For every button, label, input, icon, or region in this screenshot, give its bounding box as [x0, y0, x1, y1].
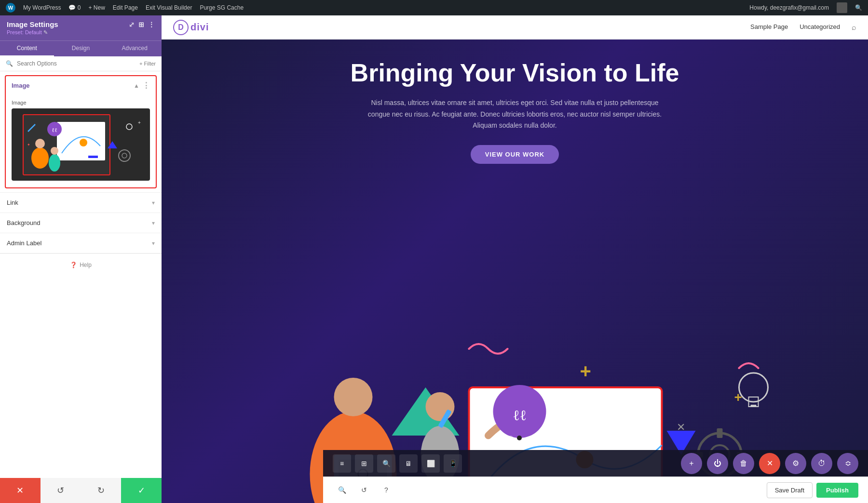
search-options-input[interactable] [17, 60, 136, 67]
panel-content: Image ▲ ⋮ Image [0, 71, 162, 478]
divi-logo: D divi [173, 20, 209, 35]
more-options-button[interactable]: ≎ [837, 453, 858, 474]
close-toolbar-button[interactable]: ✕ [759, 453, 780, 474]
divi-nav-links: Sample Page Uncategorized ⌕ [750, 23, 856, 32]
panel-title-text: Image Settings [7, 20, 58, 28]
toggle-visibility-button[interactable]: ⏻ [707, 453, 728, 474]
save-draft-button[interactable]: Save Draft [767, 482, 813, 498]
toolbar-left: ≡ ⊞ 🔍 🖥 ⬜ 📱 [333, 454, 462, 473]
main-preview: D divi Sample Page Uncategorized ⌕ Bring… [162, 15, 868, 503]
svg-text:ℓℓ: ℓℓ [513, 407, 527, 423]
preset-label: Preset: Default [7, 29, 42, 35]
left-panel: Image Settings ⤢ ⊞ ⋮ Preset: Default ✎ C… [0, 15, 162, 503]
image-thumbnail-container[interactable]: ℓℓ + ✦ [12, 108, 150, 181]
wp-admin-bar: W My WordPress 💬 0 + New Edit Page Exit … [0, 0, 868, 15]
svg-point-4 [80, 139, 87, 146]
help-text: Help [80, 262, 92, 268]
toolbar-menu-button[interactable]: ≡ [333, 454, 351, 473]
nav-search-icon[interactable]: ⌕ [852, 23, 856, 32]
background-label: Background [7, 219, 40, 226]
undo-history-btn[interactable]: ↺ [355, 481, 373, 499]
howdy-text: Howdy, deezgrafix@gmail.com [749, 4, 829, 11]
slide-dots [508, 436, 522, 440]
save-bar: 🔍 ↺ ? Save Draft Publish [323, 477, 868, 503]
comments-link[interactable]: 💬 0 [68, 4, 81, 11]
save-area-right: Save Draft Publish [767, 482, 858, 498]
add-element-button[interactable]: + [681, 453, 702, 474]
toolbar-tablet-button[interactable]: ⬜ [421, 454, 440, 473]
search-icon: 🔍 [6, 60, 13, 67]
cancel-button[interactable]: ✕ [0, 478, 41, 503]
toolbar-center: + ⏻ 🗑 ✕ ⚙ ⏱ ≎ [681, 453, 858, 474]
edit-page-link[interactable]: Edit Page [113, 4, 138, 11]
link-section-item[interactable]: Link ▾ [0, 193, 162, 213]
help-btn[interactable]: ? [377, 481, 395, 499]
help-link[interactable]: ❓ Help [8, 262, 154, 268]
image-section-more-icon[interactable]: ⋮ [142, 81, 150, 90]
dot-1[interactable] [508, 436, 513, 440]
hero-section: Bringing Your Vision to Life Nisl massa,… [162, 40, 868, 503]
toolbar-search-button[interactable]: 🔍 [377, 454, 395, 473]
sample-page-link[interactable]: Sample Page [750, 23, 788, 32]
toolbar-grid-button[interactable]: ⊞ [355, 454, 373, 473]
delete-button[interactable]: 🗑 [733, 453, 754, 474]
hero-cta-button[interactable]: VIEW OUR WORK [471, 145, 559, 164]
svg-point-11 [31, 147, 49, 169]
tab-advanced[interactable]: Advanced [108, 41, 162, 56]
filter-button[interactable]: + Filter [139, 61, 156, 66]
panel-layout-icon[interactable]: ⊞ [138, 21, 144, 28]
svg-point-14 [51, 147, 58, 155]
purge-cache-link[interactable]: Purge SG Cache [200, 4, 244, 11]
image-section-header[interactable]: Image ▲ ⋮ [6, 76, 156, 95]
panel-help: ❓ Help [0, 253, 162, 276]
new-link[interactable]: + New [89, 4, 105, 11]
publish-button[interactable]: Publish [816, 483, 858, 498]
toolbar-mobile-button[interactable]: 📱 [444, 454, 462, 473]
link-label: Link [7, 199, 18, 206]
save-bar-left-icons: 🔍 ↺ ? [333, 481, 395, 499]
site-name[interactable]: My WordPress [23, 4, 61, 11]
settings-button[interactable]: ⚙ [785, 453, 806, 474]
image-section-body: Image [6, 95, 156, 187]
history-button[interactable]: ⏱ [811, 453, 832, 474]
divi-logo-text: divi [190, 22, 209, 33]
svg-text:✦: ✦ [27, 143, 30, 147]
svg-point-20 [334, 378, 373, 416]
svg-text:✕: ✕ [677, 421, 685, 433]
link-chevron-icon: ▾ [152, 199, 155, 206]
background-chevron-icon: ▾ [152, 220, 155, 226]
panel-search-bar: 🔍 + Filter [0, 56, 162, 71]
svg-rect-39 [751, 405, 757, 407]
help-circle-icon: ❓ [70, 262, 77, 268]
confirm-button[interactable]: ✓ [121, 478, 162, 503]
svg-text:+: + [138, 120, 141, 125]
panel-header: Image Settings ⤢ ⊞ ⋮ Preset: Default ✎ [0, 15, 162, 40]
toolbar-desktop-button[interactable]: 🖥 [399, 454, 418, 473]
redo-button[interactable]: ↻ [81, 478, 122, 503]
panel-more-icon[interactable]: ⋮ [148, 21, 155, 28]
hero-subtitle: Nisl massa, ultrices vitae ornare sit am… [366, 97, 665, 132]
admin-label-section-item[interactable]: Admin Label ▾ [0, 233, 162, 253]
exit-visual-builder-link[interactable]: Exit Visual Builder [146, 4, 192, 11]
uncategorized-link[interactable]: Uncategorized [800, 23, 840, 32]
divi-nav: D divi Sample Page Uncategorized ⌕ [162, 15, 868, 40]
image-section-title: Image [12, 82, 30, 89]
tab-design[interactable]: Design [54, 41, 108, 56]
panel-tabs: Content Design Advanced [0, 40, 162, 56]
svg-text:+: + [580, 360, 591, 382]
image-field-label: Image [12, 100, 150, 106]
svg-rect-5 [88, 156, 98, 158]
search-admin-icon[interactable]: 🔍 [855, 4, 862, 11]
dot-2-active[interactable] [517, 436, 522, 440]
panel-expand-icon[interactable]: ⤢ [129, 21, 135, 28]
undo-button[interactable]: ↺ [41, 478, 81, 503]
tab-content[interactable]: Content [0, 41, 54, 56]
image-section: Image ▲ ⋮ Image [5, 75, 157, 188]
user-avatar [837, 2, 847, 13]
background-section-item[interactable]: Background ▾ [0, 213, 162, 233]
flat-accordion: Link ▾ Background ▾ Admin Label ▾ [0, 192, 162, 253]
panel-bottom-bar: ✕ ↺ ↻ ✓ [0, 478, 162, 503]
search-icon-btn[interactable]: 🔍 [333, 481, 351, 499]
image-section-collapse-icon[interactable]: ▲ [134, 82, 139, 89]
svg-text:+: + [734, 390, 742, 405]
